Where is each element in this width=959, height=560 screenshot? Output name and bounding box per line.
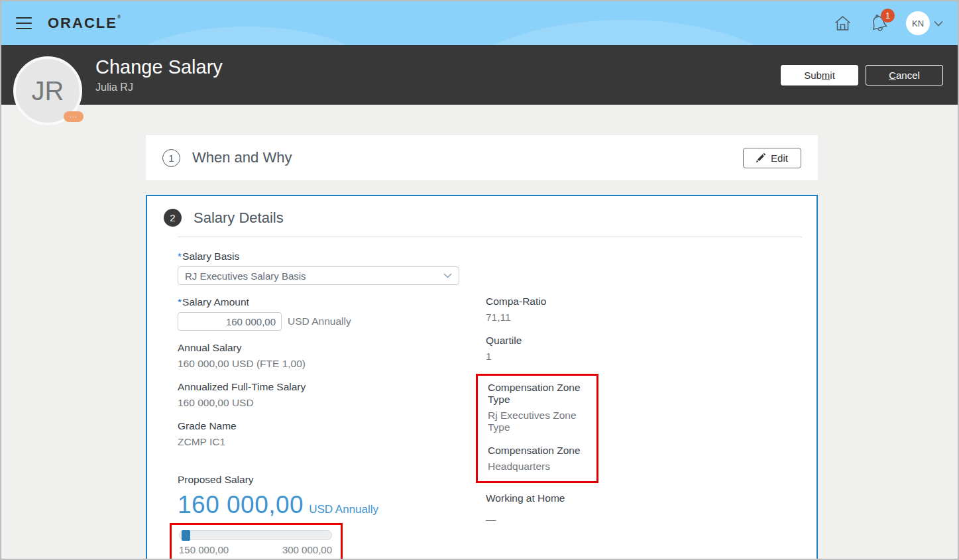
notification-badge: 1 bbox=[881, 9, 895, 23]
grade-name-value: ZCMP IC1 bbox=[178, 436, 486, 448]
notifications-button[interactable]: 1 bbox=[870, 14, 887, 32]
chevron-down-icon bbox=[443, 273, 452, 278]
chevron-down-icon bbox=[934, 21, 943, 27]
oracle-logo: ORACLE® bbox=[48, 15, 122, 32]
section-title-salary-details: Salary Details bbox=[194, 209, 284, 227]
compensation-zone-field: Compensation Zone Headquarters bbox=[488, 445, 590, 473]
section-salary-details: 2 Salary Details *Salary Basis RJ Execut… bbox=[146, 195, 818, 560]
home-button[interactable] bbox=[834, 15, 852, 32]
page-header: JR ... Change Salary Julia RJ Submit Can… bbox=[1, 45, 958, 105]
proposed-salary-label: Proposed Salary bbox=[178, 474, 486, 486]
topbar: ORACLE® 1 KN bbox=[1, 1, 958, 45]
pencil-icon bbox=[756, 153, 765, 162]
slider-min-label: 150 000,00 bbox=[179, 544, 229, 555]
slider-handle[interactable] bbox=[182, 530, 190, 541]
salary-basis-field: *Salary Basis RJ Executives Salary Basis bbox=[178, 251, 486, 285]
grade-name-field: Grade Name ZCMP IC1 bbox=[178, 420, 486, 448]
salary-slider[interactable] bbox=[179, 530, 332, 540]
user-menu[interactable]: KN bbox=[906, 11, 943, 35]
section-title-when-and-why: When and Why bbox=[192, 149, 292, 166]
grade-name-label: Grade Name bbox=[178, 420, 486, 432]
quartile-field: Quartile 1 bbox=[486, 335, 802, 363]
highlight-box-salary-slider: 150 000,00 300 000,00 bbox=[170, 523, 343, 560]
salary-amount-input[interactable] bbox=[178, 312, 282, 331]
annual-salary-value: 160 000,00 USD (FTE 1,00) bbox=[178, 358, 486, 370]
highlight-box-compensation-zone: Compensation Zone Type Rj Executives Zon… bbox=[476, 374, 598, 483]
cancel-button[interactable]: Cancel bbox=[866, 65, 943, 85]
edit-button[interactable]: Edit bbox=[743, 148, 801, 168]
compa-ratio-label: Compa-Ratio bbox=[486, 296, 802, 308]
step-number-badge: 1 bbox=[162, 149, 180, 167]
submit-button[interactable]: Submit bbox=[781, 65, 858, 85]
avatar-more-badge[interactable]: ... bbox=[64, 111, 84, 122]
annual-salary-field: Annual Salary 160 000,00 USD (FTE 1,00) bbox=[178, 342, 486, 370]
annual-salary-label: Annual Salary bbox=[178, 342, 486, 354]
user-avatar: KN bbox=[906, 11, 930, 35]
hamburger-menu-icon[interactable] bbox=[16, 17, 32, 29]
quartile-value: 1 bbox=[486, 351, 802, 363]
slider-max-label: 300 000,00 bbox=[282, 544, 332, 555]
compensation-zone-type-value: Rj Executives Zone Type bbox=[488, 410, 590, 433]
compensation-zone-label: Compensation Zone bbox=[488, 445, 590, 457]
page-title: Change Salary bbox=[95, 56, 223, 78]
working-at-home-value: — bbox=[486, 514, 802, 526]
salary-amount-label: *Salary Amount bbox=[178, 296, 486, 308]
section-divider bbox=[178, 237, 802, 237]
working-at-home-label: Working at Home bbox=[486, 492, 802, 504]
annualized-full-time-salary-value: 160 000,00 USD bbox=[178, 397, 486, 409]
annualized-full-time-salary-field: Annualized Full-Time Salary 160 000,00 U… bbox=[178, 381, 486, 409]
compensation-zone-type-label: Compensation Zone Type bbox=[488, 382, 590, 406]
salary-basis-label: *Salary Basis bbox=[178, 251, 486, 262]
proposed-salary-amount: 160 000,00 bbox=[178, 491, 304, 519]
compensation-zone-value: Headquarters bbox=[488, 461, 590, 473]
quartile-label: Quartile bbox=[486, 335, 802, 347]
employee-avatar: JR ... bbox=[13, 56, 82, 125]
page-subtitle: Julia RJ bbox=[95, 82, 223, 93]
proposed-salary-field: Proposed Salary 160 000,00 USD Annually … bbox=[178, 474, 486, 560]
registered-mark: ® bbox=[117, 15, 122, 19]
salary-basis-select[interactable]: RJ Executives Salary Basis bbox=[178, 266, 459, 285]
proposed-salary-suffix: USD Annually bbox=[309, 503, 378, 516]
salary-amount-field: *Salary Amount USD Annually bbox=[178, 296, 486, 331]
salary-amount-suffix: USD Annually bbox=[288, 315, 351, 327]
compa-ratio-value: 71,11 bbox=[486, 311, 802, 323]
step-number-badge: 2 bbox=[164, 209, 182, 227]
compa-ratio-field: Compa-Ratio 71,11 bbox=[486, 296, 802, 323]
section-when-and-why: 1 When and Why Edit bbox=[146, 135, 818, 180]
compensation-zone-type-field: Compensation Zone Type Rj Executives Zon… bbox=[488, 382, 590, 433]
home-icon bbox=[834, 15, 852, 32]
working-at-home-field: Working at Home — bbox=[486, 492, 802, 526]
annualized-full-time-salary-label: Annualized Full-Time Salary bbox=[178, 381, 486, 393]
